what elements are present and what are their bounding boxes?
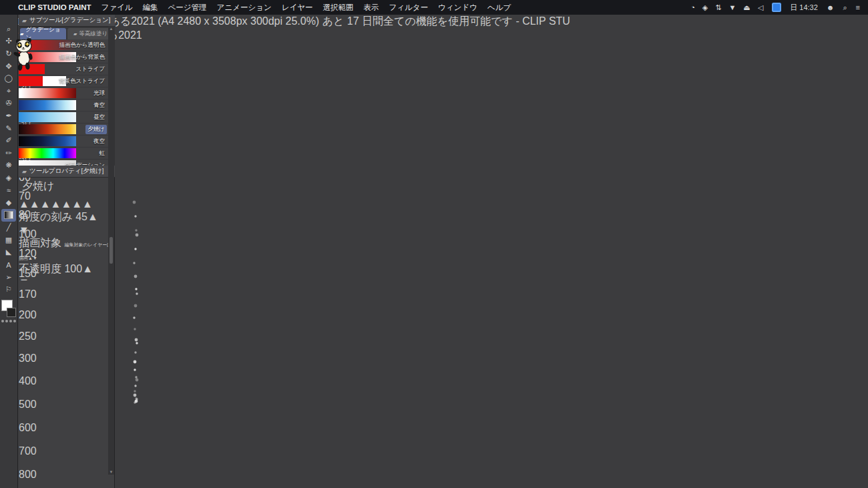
tool-property-header[interactable]: ▰ ツールプロパティ[夕焼け] [19,166,115,178]
subtool-palette-icon: ▰ [22,17,27,24]
gradient-preset-row[interactable]: 青空 [19,99,115,111]
menu-item-ファイル[interactable]: ファイル [101,3,132,13]
line-correction-tool[interactable]: ➢ [1,271,16,284]
menu-item-フィルター[interactable]: フィルター [389,3,429,13]
updown-arrows-icon[interactable]: ⇅ [715,3,721,12]
brush-size-cell[interactable]: 250 [19,321,114,342]
canvas-viewport[interactable]: うつくしいぐらでーしょんまっぷ… 24app. ◫ ⊞ [0,43,868,488]
opacity-value[interactable]: 100 [64,263,82,274]
brush-size-cell[interactable]: 170 [19,280,114,300]
gradient-preview[interactable]: 夕焼け [22,180,112,198]
eraser-tool[interactable]: ◈ [1,172,16,184]
stop-marker[interactable]: ▲ [19,198,29,210]
menu-item-ウィンドウ[interactable]: ウィンドウ [438,3,477,13]
brush-size-number: 300 [19,352,114,364]
blend-tool[interactable]: ≈ [1,184,16,197]
airbrush-tool[interactable]: ✏ [1,147,16,160]
brush-size-dot [19,342,29,352]
auto-select-tool[interactable]: ⌖ [1,85,16,97]
subtool-title: サブツール[グラデーション] [29,16,111,25]
tool-sub-color[interactable] [7,308,16,317]
spotlight-search-icon[interactable]: ⌕ [843,3,847,12]
balloon-tool[interactable]: ⚐ [1,283,16,296]
selection-tool[interactable]: ◯ [1,72,16,85]
display-icon[interactable]: ◈ [702,3,708,12]
menu-item-ページ管理[interactable]: ページ管理 [168,3,207,13]
gradient-preset-label: 昼空 [91,113,107,122]
brush-size-cell[interactable]: 600 [19,411,114,434]
brush-size-cell[interactable]: 800 [19,457,114,481]
gradient-preset-row[interactable]: グラデーション [19,160,115,166]
brush-size-cell[interactable]: 300 [19,342,114,364]
brush-size-scrollbar[interactable]: ▲▼ [108,26,114,475]
eyedropper-tool[interactable]: ✇ [1,97,16,110]
gradient-preset-preview [19,112,76,122]
pencil-tool[interactable]: ✎ [1,122,16,135]
tool-property-palette: ▰ ツールプロパティ[夕焼け] 夕焼け ▲▲▲▲▲▲▲ 角度の刻み 45▲▼ 描… [19,166,115,280]
frame-border-tool[interactable]: ▦ [1,234,16,246]
gradient-preset-row[interactable]: 夕焼け [19,124,115,136]
brush-size-number: 250 [19,330,114,342]
sync-status-icon[interactable]: ◔ [690,3,695,12]
stop-marker[interactable]: ▲ [40,198,51,210]
gradient-tool[interactable] [1,209,16,222]
document-area: ×−□ クリエイターあるある2021 (A4 2480 x 3508px 300… [0,15,868,488]
menu-bar-status-area: ◔◈⇅▼⏏◁ 日 14:32 ☻ ⌕ ≡ [690,3,860,13]
gradient-preset-label: 光球 [91,89,107,98]
menu-item-表示[interactable]: 表示 [364,3,379,13]
stop-marker[interactable]: ▲ [51,198,61,210]
panda-shadow [0,43,868,488]
fill-tool[interactable]: ◆ [1,196,16,209]
control-center-icon[interactable]: ≡ [856,3,860,11]
wifi-icon[interactable]: ▼ [728,3,736,12]
angle-step-value[interactable]: 45 [75,211,87,222]
menu-item-選択範囲[interactable]: 選択範囲 [323,3,354,13]
stop-marker[interactable]: ▲ [61,198,71,210]
clip-studio-app-icon[interactable] [772,3,781,12]
gradient-preset-label: 描画色から背景色 [57,53,107,62]
menu-item-アニメーション[interactable]: アニメーション [217,3,272,13]
user-icon[interactable]: ☻ [827,3,835,11]
menu-bar-clock[interactable]: 日 14:32 [790,3,818,13]
canvas-artwork[interactable]: うつくしいぐらでーしょんまっぷ… 24app. [0,43,868,488]
stop-marker[interactable]: ▲ [82,198,93,210]
ruler-tool[interactable]: ◣ [1,246,16,259]
gradient-preset-row[interactable]: 虹 [19,148,115,160]
app-name[interactable]: CLIP STUDIO PAINT [18,3,91,11]
brush-size-dot [19,481,30,488]
gradient-preset-row[interactable]: 昼空 [19,111,115,124]
tool-color-swatches[interactable] [1,300,16,317]
angle-step-label: 角度の刻み [19,211,73,222]
subtool-tab-等高線塗り[interactable]: ▰等高線塗り [67,28,114,39]
brush-size-cell[interactable]: 1000 [19,481,114,488]
eject-icon[interactable]: ⏏ [743,3,750,12]
pen-tool[interactable]: ✒ [1,109,16,122]
document-tab[interactable]: × クリエイターあるある2021 [0,29,868,43]
text-tool[interactable]: A [1,258,16,271]
menu-item-ヘルプ[interactable]: ヘルプ [487,3,511,13]
brush-size-cell[interactable]: 500 [19,387,114,411]
brush-size-dot [19,411,30,422]
brush-size-cell[interactable]: 400 [19,364,114,387]
figure-tool[interactable]: ╱ [1,222,16,234]
menu-item-レイヤー[interactable]: レイヤー [282,3,313,13]
volume-icon[interactable]: ◁ [758,3,763,12]
gradient-tool-icon [4,211,13,219]
zoom-tool[interactable]: ⌕ [1,23,16,35]
gradient-preset-label: 描画色から透明色 [57,41,107,50]
gradient-preset-row[interactable]: 夜空 [19,136,115,148]
app-window: ⌕✣↻✥◯⌖✇✒✎✐✏❋◈≈◆╱▦◣A➢⚐ ▰ サブツール[グラデーション] ▰… [0,15,868,488]
menu-item-編集[interactable]: 編集 [143,3,158,13]
gradient-preset-row[interactable]: 光球 [19,87,115,99]
subtool-header[interactable]: ▰ サブツール[グラデーション] [19,15,115,27]
stop-marker[interactable]: ▲ [29,198,40,210]
brush-size-cell[interactable]: 700 [19,434,114,457]
brush-tool[interactable]: ✐ [1,134,16,147]
stop-marker[interactable]: ▲ [71,198,82,210]
brush-size-cell[interactable]: 200 [19,300,114,321]
gradient-preset-row[interactable]: 背景色ストライプ [19,75,115,87]
tool-property-icon: ▰ [22,168,27,175]
tool-column: ⌕✣↻✥◯⌖✇✒✎✐✏❋◈≈◆╱▦◣A➢⚐ [0,15,18,488]
window-title-bar[interactable]: ×−□ クリエイターあるある2021 (A4 2480 x 3508px 300… [0,15,868,29]
decoration-tool[interactable]: ❋ [1,160,16,172]
